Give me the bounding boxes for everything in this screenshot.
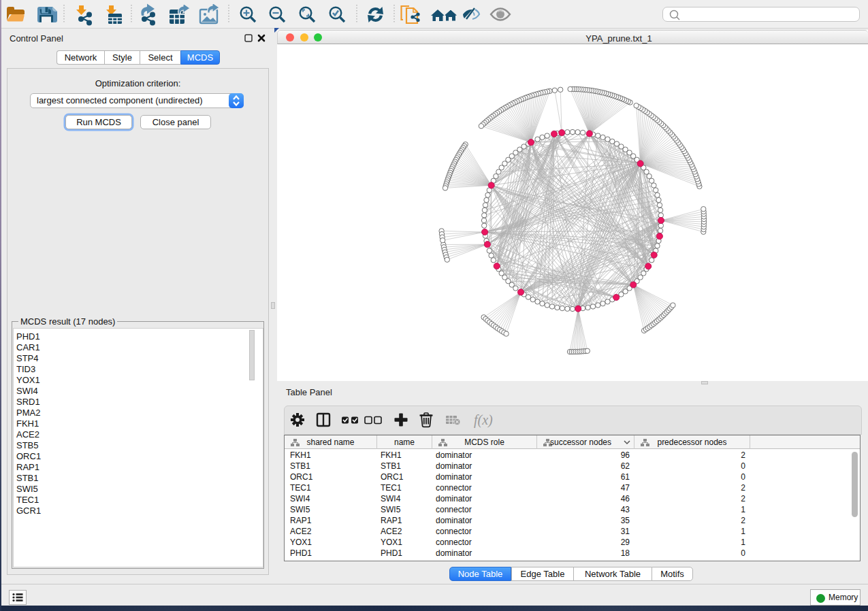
svg-text:f(x): f(x) bbox=[474, 412, 493, 428]
